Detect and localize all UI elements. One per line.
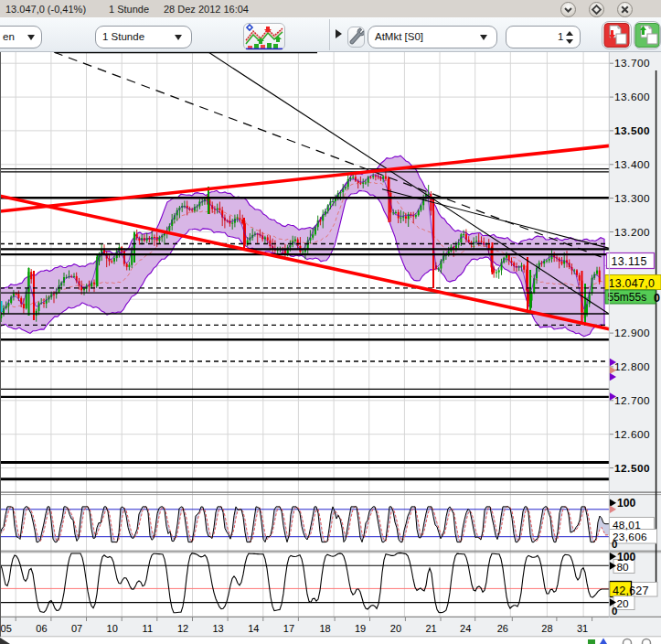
svg-text:13.400: 13.400: [614, 158, 650, 171]
svg-text:07: 07: [71, 623, 82, 634]
svg-text:0: 0: [612, 606, 617, 617]
svg-text:13.200: 13.200: [614, 226, 650, 239]
svg-text:31: 31: [577, 623, 588, 634]
svg-text:0: 0: [654, 292, 660, 305]
svg-text:55m55s: 55m55s: [608, 291, 647, 304]
svg-text:10: 10: [107, 623, 118, 634]
svg-text:13.700: 13.700: [614, 57, 650, 70]
svg-text:80: 80: [617, 561, 630, 574]
svg-text:19: 19: [355, 623, 366, 634]
svg-text:05: 05: [1, 623, 12, 634]
svg-text:13.500: 13.500: [614, 124, 650, 137]
svg-text:21: 21: [425, 623, 436, 634]
svg-text:06: 06: [36, 623, 47, 634]
svg-text:48,01: 48,01: [613, 519, 641, 531]
svg-text:42,627: 42,627: [613, 585, 649, 597]
svg-text:18: 18: [319, 623, 330, 634]
svg-text:12.900: 12.900: [614, 327, 650, 339]
svg-text:28: 28: [541, 623, 552, 634]
svg-text:100: 100: [617, 497, 636, 510]
svg-text:12: 12: [177, 623, 188, 634]
svg-text:13.047,0: 13.047,0: [609, 277, 656, 290]
svg-text:11: 11: [143, 623, 153, 634]
svg-text:12.500: 12.500: [614, 462, 650, 475]
svg-text:17: 17: [283, 623, 294, 634]
svg-text:23,606: 23,606: [613, 531, 647, 543]
svg-text:0: 0: [612, 539, 617, 550]
svg-text:20: 20: [617, 597, 630, 610]
svg-text:26: 26: [497, 623, 508, 634]
svg-text:14: 14: [248, 623, 259, 634]
svg-text:13.600: 13.600: [614, 91, 650, 103]
svg-text:13: 13: [212, 623, 223, 634]
svg-text:13.115: 13.115: [612, 255, 647, 268]
svg-text:12.800: 12.800: [614, 360, 650, 373]
svg-text:12.700: 12.700: [614, 394, 650, 407]
svg-text:20: 20: [390, 623, 401, 634]
svg-text:24: 24: [460, 623, 471, 634]
svg-text:12.600: 12.600: [614, 428, 650, 441]
svg-text:13.300: 13.300: [614, 192, 650, 205]
